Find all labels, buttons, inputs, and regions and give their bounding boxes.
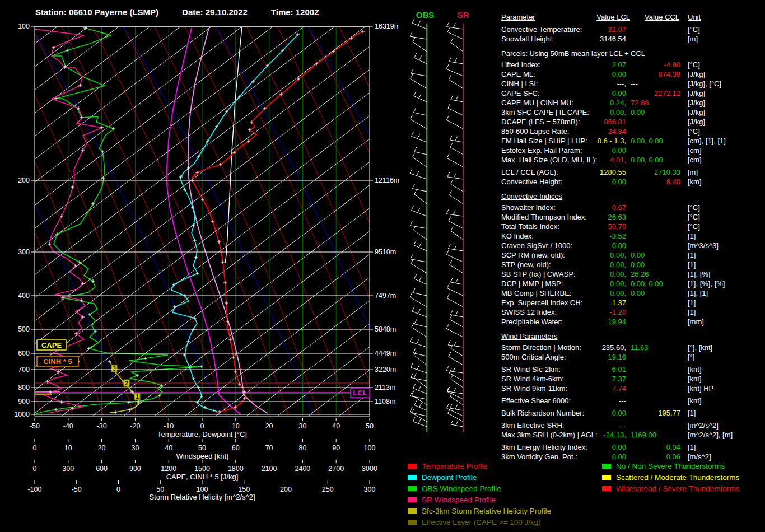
profile-legend: Temperature ProfileDewpoint ProfileOBS W… — [408, 460, 598, 528]
wind-barb — [414, 152, 427, 155]
wind-barb-feather — [413, 348, 416, 353]
axis-tick-label: 20 — [98, 444, 106, 452]
param-unit: [°C] — [688, 127, 700, 136]
wind-barb-feather — [447, 294, 449, 298]
param-value-ccl: 2272.12 — [501, 88, 680, 98]
table-row: 500m Critical Angle:19.16[°] — [501, 352, 764, 362]
param-unit: [1] — [688, 442, 696, 452]
axis-tick-label: 1200 — [161, 465, 176, 473]
axis-tick-label: 10 — [232, 422, 240, 430]
param-unit: [km] — [688, 177, 702, 186]
moist-adiabat-line — [92, 26, 258, 416]
wind-barb-feather — [413, 417, 415, 422]
wind-barb-feather — [451, 180, 453, 184]
wind-barb — [411, 136, 427, 142]
param-value-lcl: ---, — [501, 79, 626, 88]
legend-swatch-icon — [408, 508, 417, 514]
legend-label: Temperature Profile — [422, 462, 488, 470]
param-value-lcl: 26.63 — [501, 212, 626, 222]
pressure-tick-label: 100 — [18, 22, 30, 30]
wind-barb — [451, 379, 463, 388]
wind-barb-feather — [417, 339, 419, 344]
axis-title: Storm Relative Helicity [m^2/s^2] — [149, 493, 255, 501]
wind-barb-feather — [419, 94, 421, 99]
axis-tick-label: -20 — [130, 422, 140, 430]
axis-tick-label: 60 — [232, 444, 240, 452]
param-value-ccl: 874.38 — [501, 69, 680, 79]
param-unit: [m] — [688, 167, 698, 177]
cinh-label: CINH * 5 — [43, 357, 72, 366]
param-unit: [1] — [688, 298, 696, 307]
table-row: Modified Thompson Index:26.63[°C] — [501, 212, 764, 222]
legend-label: No / Non Severe Thunderstorms — [616, 462, 725, 470]
wind-barb-feather — [450, 310, 453, 315]
param-unit: [J/kg], [°C] — [688, 79, 721, 88]
wind-barb-feather — [418, 419, 421, 423]
wind-barb — [410, 173, 427, 179]
param-value-lcl: --- — [501, 396, 626, 405]
legend-item: OBS Windspeed Profile — [408, 483, 598, 494]
moist-adiabat-line — [370, 26, 399, 416]
wind-barb — [411, 119, 427, 129]
pressure-tick-label: 400 — [18, 292, 30, 300]
moist-adiabat-line — [0, 26, 165, 416]
wind-barb-feather — [450, 136, 452, 140]
param-unit: [°C] — [688, 212, 700, 222]
wind-barb — [451, 43, 463, 52]
param-unit: [mm] — [688, 317, 704, 326]
wind-barb — [446, 408, 463, 416]
param-value-lcl: --- — [501, 421, 626, 430]
wind-barb — [447, 288, 463, 296]
wind-barb-feather — [450, 278, 453, 282]
wind-barb — [447, 177, 463, 179]
wind-barb — [414, 245, 427, 251]
wind-barb-feather — [448, 340, 450, 345]
table-row: 3km SFC CAPE | IL CAPE:0.00,0.00[J/kg] — [501, 108, 764, 117]
data-point-marker — [192, 377, 195, 380]
axis-tick-label: 250 — [322, 486, 334, 493]
moist-adiabat-line — [185, 26, 350, 416]
param-value-lcl: 0.00, — [501, 250, 626, 260]
param-unit: [°C] — [688, 25, 700, 34]
legend-label: OBS Windspeed Profile — [422, 484, 501, 493]
wind-barb-feather — [451, 226, 453, 231]
axis-tick-label: 2100 — [262, 465, 277, 473]
data-point-marker — [83, 26, 87, 30]
param-value-lcl: 0.24, — [501, 98, 626, 108]
legend-label: Scattered / Moderate Thunderstorms — [616, 473, 739, 482]
wind-barb-feather — [454, 388, 456, 393]
param-unit: [°C] — [688, 60, 700, 69]
table-row: Snowfall Height:3146.54[m] — [501, 34, 764, 44]
wind-barb — [451, 424, 463, 427]
wind-barb-feather — [414, 320, 417, 324]
wind-barb-feather — [446, 250, 449, 255]
axis-tick-label: 1500 — [194, 465, 210, 473]
param-value-part: 1169.00 — [631, 431, 656, 439]
legend-item: No / Non Severe Thunderstorms — [602, 460, 765, 472]
param-unit: [°], [knt] — [688, 343, 712, 352]
param-unit: [m^2/s^2] — [688, 421, 719, 430]
wind-barb — [412, 189, 427, 192]
table-row: CINH | LSI:---,---[J/kg], [°C] — [501, 79, 764, 88]
wind-barb-feather — [410, 169, 412, 173]
wind-barb — [449, 80, 463, 88]
wind-barb-feather — [413, 38, 415, 42]
param-value-lcl: 235.60, — [501, 343, 626, 352]
param-unit: [°] — [688, 352, 694, 362]
section-title: Wind Parameters — [501, 332, 764, 341]
param-unit: [J/kg] — [688, 117, 705, 127]
wind-barb — [450, 315, 463, 317]
skewed-isotherm-line — [370, 26, 399, 416]
wind-barb — [449, 357, 463, 365]
param-unit: [knt] — [688, 374, 702, 384]
table-row: Craven SigSvr / 1000:0.00[m^3/s^3] — [501, 241, 764, 250]
legend-swatch-icon — [408, 464, 417, 469]
wind-barb-feather — [455, 279, 458, 283]
param-value-extra: 72.86 — [631, 98, 649, 108]
param-unit: [knt] — [688, 396, 702, 405]
wind-barb — [413, 353, 427, 356]
axis-tick-label: 100 — [364, 444, 376, 452]
data-point-marker — [223, 281, 227, 284]
height-tick-label: 2113m — [375, 384, 395, 391]
wind-barb-feather — [446, 64, 449, 69]
